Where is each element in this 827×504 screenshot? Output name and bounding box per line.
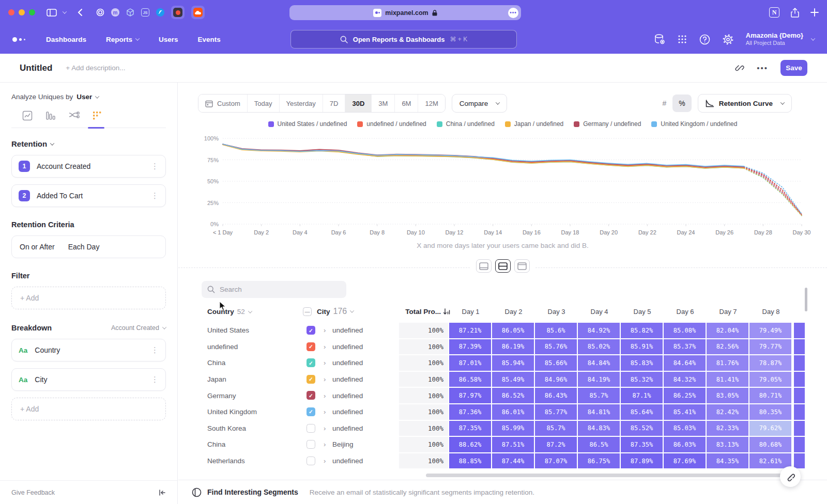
expand-row-icon[interactable]: › bbox=[324, 355, 326, 371]
extension-record-icon[interactable] bbox=[171, 6, 185, 19]
expand-row-icon[interactable]: › bbox=[324, 387, 326, 404]
retention-value-cell[interactable]: 78.87% bbox=[749, 355, 791, 371]
country-column-header[interactable]: Country52 bbox=[207, 308, 252, 316]
retention-value-cell[interactable]: 84.35% bbox=[707, 453, 748, 469]
chart-type-dropdown[interactable]: Retention Curve bbox=[698, 94, 792, 113]
breakdown-card-country[interactable]: Aa Country ⋮ bbox=[11, 339, 166, 361]
retention-value-cell[interactable]: 84.92% bbox=[578, 323, 620, 338]
notion-icon[interactable]: N bbox=[769, 7, 779, 18]
retention-value-cell[interactable]: 87.21% bbox=[449, 323, 491, 338]
select-all-checkbox[interactable]: — bbox=[303, 307, 312, 316]
tab-insights[interactable] bbox=[21, 109, 34, 122]
range-6m[interactable]: 6M bbox=[394, 94, 418, 112]
extension-ring-icon[interactable] bbox=[96, 8, 104, 17]
day-column-header[interactable]: Day 5 bbox=[621, 308, 664, 316]
retention-value-cell[interactable]: 85.41% bbox=[664, 404, 706, 420]
retention-value-cell[interactable]: 85.66% bbox=[535, 355, 577, 371]
day-column-header[interactable]: Day 8 bbox=[749, 308, 792, 316]
retention-value-cell[interactable]: 83.05% bbox=[707, 388, 748, 403]
tab-overview-chevron-icon[interactable] bbox=[63, 9, 67, 13]
retention-value-cell[interactable]: 84.81% bbox=[578, 404, 620, 420]
retention-value-cell[interactable]: 87.36% bbox=[449, 404, 491, 420]
retention-value-cell[interactable]: 86.75% bbox=[578, 453, 620, 469]
new-tab-icon[interactable] bbox=[810, 8, 819, 17]
day-column-header[interactable]: Day 4 bbox=[578, 308, 621, 316]
retention-value-cell[interactable]: 87.2% bbox=[535, 437, 577, 452]
close-window-button[interactable] bbox=[8, 9, 14, 15]
retention-value-cell[interactable]: 86.25% bbox=[664, 388, 706, 403]
table-row[interactable]: Germany✓›undefined100%87.97%86.52%86.43%… bbox=[178, 387, 827, 404]
retention-value-cell[interactable]: 84.96% bbox=[535, 372, 577, 387]
retention-value-cell[interactable]: 87.97% bbox=[449, 388, 491, 403]
nav-users[interactable]: Users bbox=[159, 36, 178, 43]
retention-value-cell[interactable]: 82.61% bbox=[749, 453, 791, 469]
back-icon[interactable] bbox=[78, 8, 83, 17]
range-custom[interactable]: Custom bbox=[198, 94, 247, 112]
retention-value-cell[interactable]: 87.07% bbox=[535, 453, 577, 469]
vertical-scrollbar[interactable] bbox=[805, 288, 807, 311]
table-row[interactable]: China✓›undefined100%87.01%85.94%85.66%84… bbox=[178, 355, 827, 371]
retention-value-cell[interactable]: 87.01% bbox=[449, 355, 491, 371]
retention-value-cell[interactable]: 85.32% bbox=[621, 372, 663, 387]
series-checkbox[interactable]: ✓ bbox=[307, 375, 315, 384]
table-row[interactable]: United Kingdom✓›undefined100%87.36%86.01… bbox=[178, 404, 827, 420]
range-7d[interactable]: 7D bbox=[323, 94, 345, 112]
layout-table-only-button[interactable] bbox=[514, 259, 530, 273]
expand-row-icon[interactable]: › bbox=[324, 436, 326, 453]
legend-item[interactable]: United Kingdom / undefined bbox=[651, 120, 737, 128]
retention-value-cell[interactable]: 84.84% bbox=[578, 355, 620, 371]
nav-events[interactable]: Events bbox=[198, 36, 221, 43]
maximize-window-button[interactable] bbox=[29, 9, 35, 15]
retention-value-cell[interactable]: 86.43% bbox=[535, 388, 577, 403]
help-icon[interactable] bbox=[699, 34, 710, 45]
retention-value-cell[interactable]: 85.91% bbox=[621, 339, 663, 355]
step-card-added-to-cart[interactable]: 2 Added To Cart ⋮ bbox=[11, 184, 166, 207]
retention-value-cell[interactable]: 86.19% bbox=[492, 339, 534, 355]
sidebar-toggle-icon[interactable] bbox=[47, 9, 57, 17]
breakdown-scope-dropdown[interactable]: Account Created bbox=[111, 324, 166, 332]
add-description[interactable]: + Add description... bbox=[66, 64, 125, 72]
extension-m-icon[interactable]: m bbox=[111, 8, 119, 17]
total-column-header[interactable]: Total Pro... bbox=[385, 308, 441, 316]
find-segments-link[interactable]: Find Interesting Segments bbox=[207, 488, 298, 496]
url-bar[interactable]: mixpanel.com ••• bbox=[289, 5, 521, 20]
retention-value-cell[interactable]: 86.03% bbox=[664, 437, 706, 452]
kebab-menu-icon[interactable]: ⋮ bbox=[151, 345, 159, 355]
retention-value-cell[interactable]: 85.82% bbox=[621, 323, 663, 338]
more-options-icon[interactable]: ••• bbox=[757, 64, 768, 72]
report-title[interactable]: Untitled bbox=[20, 63, 52, 73]
extension-cube-icon[interactable] bbox=[126, 8, 134, 17]
retention-value-cell[interactable]: 85.76% bbox=[535, 339, 577, 355]
day-column-header[interactable]: Day 1 bbox=[449, 308, 492, 316]
extension-js-icon[interactable]: JS bbox=[141, 8, 149, 17]
day-column-header[interactable]: Day 2 bbox=[492, 308, 535, 316]
retention-value-cell[interactable]: 81.41% bbox=[707, 372, 748, 387]
retention-value-cell[interactable]: 86.01% bbox=[492, 404, 534, 420]
series-checkbox[interactable]: ✓ bbox=[307, 407, 315, 416]
settings-gear-icon[interactable] bbox=[723, 34, 733, 45]
retention-value-cell[interactable]: 82.42% bbox=[707, 404, 748, 420]
range-3m[interactable]: 3M bbox=[371, 94, 394, 112]
retention-value-cell[interactable]: 84.32% bbox=[664, 372, 706, 387]
add-filter-button[interactable]: + Add bbox=[11, 287, 166, 309]
collapse-sidebar-icon[interactable] bbox=[159, 489, 166, 496]
table-row[interactable]: South Korea›undefined100%87.35%85.99%85.… bbox=[178, 420, 827, 437]
kebab-menu-icon[interactable]: ⋮ bbox=[151, 162, 159, 171]
kebab-menu-icon[interactable]: ⋮ bbox=[151, 375, 159, 384]
city-column-header[interactable]: City bbox=[317, 308, 330, 316]
minimize-window-button[interactable] bbox=[19, 9, 25, 15]
retention-value-cell[interactable]: 85.7% bbox=[578, 388, 620, 403]
range-12m[interactable]: 12M bbox=[418, 94, 445, 112]
give-feedback-link[interactable]: Give Feedback bbox=[11, 489, 55, 496]
range-30d[interactable]: 30D bbox=[345, 94, 371, 112]
share-icon[interactable] bbox=[791, 8, 799, 18]
day-column-header[interactable]: Day 7 bbox=[707, 308, 749, 316]
retention-value-cell[interactable]: 85.08% bbox=[664, 323, 706, 338]
retention-section-title[interactable]: Retention bbox=[11, 139, 47, 148]
project-selector[interactable]: Amazonia {Demo} All Project Data bbox=[746, 32, 803, 47]
save-button[interactable]: Save bbox=[780, 60, 807, 76]
retention-value-cell[interactable]: 88.85% bbox=[449, 453, 491, 469]
horizontal-scrollbar[interactable] bbox=[426, 474, 785, 477]
analyze-value-dropdown[interactable]: User bbox=[76, 93, 92, 101]
table-search-input[interactable]: Search bbox=[202, 281, 346, 298]
